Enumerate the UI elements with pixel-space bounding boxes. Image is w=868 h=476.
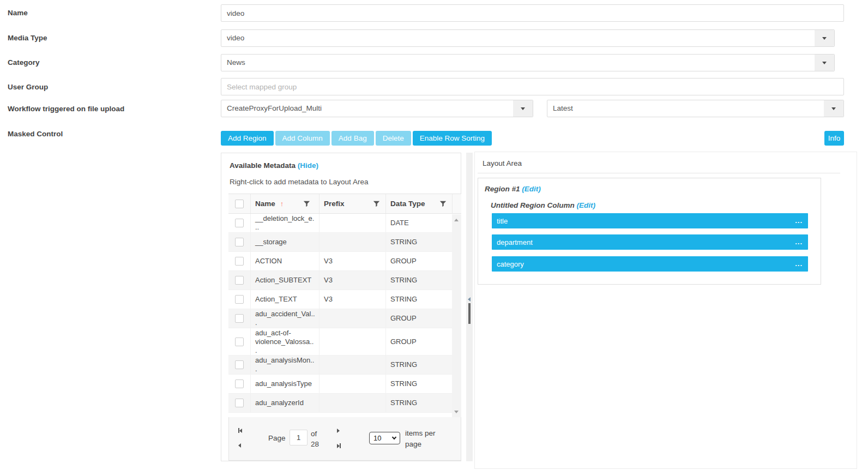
row-checkbox[interactable] bbox=[235, 295, 244, 304]
layout-item-label: department bbox=[497, 238, 533, 246]
layout-item-label: category bbox=[497, 260, 524, 268]
table-row[interactable]: adu_accident_Val... GROUP bbox=[228, 309, 461, 328]
row-type-cell: STRING bbox=[385, 271, 452, 290]
items-per-page-select[interactable]: 10 bbox=[369, 432, 400, 444]
first-page-button[interactable] bbox=[238, 428, 242, 433]
category-value: News bbox=[227, 55, 245, 71]
row-prefix-cell: V3 bbox=[319, 252, 385, 270]
info-button[interactable]: Info bbox=[824, 131, 844, 146]
row-type-cell: GROUP bbox=[385, 252, 452, 270]
masked-control-field-label: Masked Control bbox=[8, 130, 63, 138]
user-group-field-label: User Group bbox=[8, 83, 48, 91]
previous-page-icon bbox=[238, 443, 241, 448]
category-dropdown-arrow-button[interactable] bbox=[815, 55, 834, 71]
region-1-label: Region #1 bbox=[485, 185, 520, 193]
category-field-label: Category bbox=[8, 58, 40, 67]
panel-splitter[interactable] bbox=[466, 153, 473, 461]
row-checkbox[interactable] bbox=[235, 379, 244, 388]
category-dropdown[interactable]: News bbox=[221, 54, 835, 71]
hide-link[interactable]: (Hide) bbox=[298, 161, 318, 170]
page-number-input[interactable] bbox=[290, 430, 308, 445]
select-all-checkbox[interactable] bbox=[235, 200, 244, 208]
row-checkbox[interactable] bbox=[235, 314, 244, 323]
layout-area-panel: Layout Area Region #1 (Edit) Untitled Re… bbox=[474, 152, 857, 469]
row-checkbox[interactable] bbox=[235, 338, 244, 346]
workflow-dropdown[interactable]: CreateProxyForUpload_Multi bbox=[221, 100, 533, 117]
data-type-filter-icon[interactable] bbox=[439, 200, 447, 207]
layout-item-category[interactable]: category ... bbox=[492, 256, 808, 272]
item-menu-icon[interactable]: ... bbox=[795, 239, 803, 245]
next-page-button[interactable] bbox=[337, 429, 340, 433]
workflow-version-value: Latest bbox=[553, 100, 573, 117]
media-type-value: video bbox=[227, 30, 244, 46]
prefix-column-header[interactable]: Prefix bbox=[319, 194, 385, 213]
last-page-icon bbox=[340, 443, 341, 448]
row-type-cell: STRING bbox=[385, 394, 452, 412]
workflow-version-dropdown[interactable]: Latest bbox=[547, 100, 844, 117]
user-group-input[interactable] bbox=[221, 78, 844, 95]
row-checkbox[interactable] bbox=[235, 219, 244, 227]
name-field-label: Name bbox=[8, 9, 28, 17]
scroll-down-icon[interactable] bbox=[454, 411, 459, 413]
item-menu-icon[interactable]: ... bbox=[795, 218, 803, 224]
row-prefix-cell bbox=[319, 233, 385, 251]
previous-page-button[interactable] bbox=[238, 443, 241, 448]
metadata-hint-text: Right-click to add metadata to Layout Ar… bbox=[230, 178, 368, 186]
row-prefix-cell bbox=[319, 394, 385, 412]
add-column-button[interactable]: Add Column bbox=[275, 131, 330, 146]
prefix-filter-icon[interactable] bbox=[373, 200, 380, 207]
row-name-cell: __deletion_lock_e... bbox=[250, 214, 319, 232]
region-edit-link[interactable]: (Edit) bbox=[522, 185, 541, 193]
layout-item-department[interactable]: department ... bbox=[492, 234, 808, 250]
media-type-dropdown-arrow-button[interactable] bbox=[815, 30, 834, 46]
prefix-column-label: Prefix bbox=[324, 200, 345, 208]
table-row[interactable]: adu_analysisType STRING bbox=[228, 375, 461, 394]
scrollbar-header-cell bbox=[452, 194, 461, 213]
collapse-left-icon[interactable] bbox=[468, 297, 471, 302]
table-row[interactable]: adu_analysisMon... STRING bbox=[228, 356, 461, 375]
delete-button[interactable]: Delete bbox=[376, 131, 411, 146]
row-type-cell: STRING bbox=[385, 356, 452, 374]
workflow-dropdown-arrow-button[interactable] bbox=[513, 100, 533, 117]
last-page-button[interactable] bbox=[337, 443, 341, 448]
table-row[interactable]: ACTION V3 GROUP bbox=[228, 252, 461, 271]
row-name-cell: adu_analyzerId bbox=[250, 394, 319, 412]
table-row[interactable]: __deletion_lock_e... DATE bbox=[228, 214, 461, 233]
row-checkbox[interactable] bbox=[235, 360, 244, 369]
row-type-cell: GROUP bbox=[385, 328, 452, 355]
chevron-down-icon bbox=[822, 37, 827, 40]
data-type-column-header[interactable]: Data Type bbox=[385, 194, 452, 213]
chevron-down-icon bbox=[831, 107, 836, 110]
row-prefix-cell: V3 bbox=[319, 271, 385, 290]
row-checkbox[interactable] bbox=[235, 238, 244, 246]
workflow-version-dropdown-arrow-button[interactable] bbox=[824, 100, 843, 117]
table-row[interactable]: __storage STRING bbox=[228, 233, 461, 252]
scroll-up-icon[interactable] bbox=[454, 219, 459, 221]
item-menu-icon[interactable]: ... bbox=[795, 261, 803, 267]
table-row[interactable]: Action_TEXT V3 STRING bbox=[228, 290, 461, 309]
layout-item-title[interactable]: title ... bbox=[492, 213, 808, 228]
sort-ascending-icon: ↑ bbox=[280, 200, 284, 208]
add-bag-button[interactable]: Add Bag bbox=[331, 131, 374, 146]
masked-control-toolbar: Add Region Add Column Add Bag Delete Ena… bbox=[221, 131, 493, 146]
media-type-field-label: Media Type bbox=[8, 34, 47, 42]
row-checkbox[interactable] bbox=[235, 276, 244, 285]
row-type-cell: STRING bbox=[385, 233, 452, 251]
row-checkbox[interactable] bbox=[235, 257, 244, 266]
masked-control-config-page: Name Media Type video Category News User… bbox=[0, 0, 868, 476]
row-checkbox[interactable] bbox=[235, 399, 244, 407]
available-metadata-title: Available Metadata (Hide) bbox=[230, 161, 318, 170]
media-type-dropdown[interactable]: video bbox=[221, 29, 835, 47]
region-column-label: Untitled Region Column bbox=[491, 201, 575, 209]
name-filter-icon[interactable] bbox=[303, 200, 310, 207]
name-column-header[interactable]: Name ↑ bbox=[250, 194, 319, 213]
grid-vertical-scrollbar[interactable] bbox=[452, 214, 461, 418]
name-input[interactable] bbox=[221, 4, 844, 22]
table-row[interactable]: adu_act-of-violence_Valossa... GROUP bbox=[228, 328, 461, 356]
add-region-button[interactable]: Add Region bbox=[221, 131, 274, 146]
enable-row-sorting-button[interactable]: Enable Row Sorting bbox=[413, 131, 492, 146]
table-row[interactable]: Action_SUBTEXT V3 STRING bbox=[228, 271, 461, 290]
splitter-drag-handle[interactable] bbox=[468, 303, 471, 324]
table-row[interactable]: adu_analyzerId STRING bbox=[228, 394, 461, 413]
region-column-edit-link[interactable]: (Edit) bbox=[577, 201, 596, 209]
